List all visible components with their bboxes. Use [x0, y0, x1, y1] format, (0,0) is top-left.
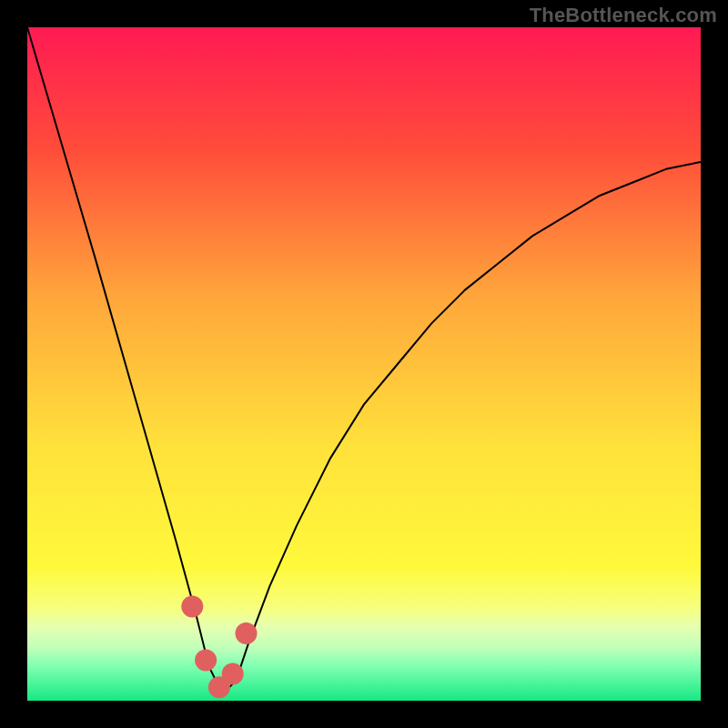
curve-svg — [27, 27, 701, 701]
minimum-marker — [181, 595, 203, 617]
bottleneck-curve — [27, 27, 701, 694]
watermark-text: TheBottleneck.com — [530, 4, 717, 27]
minimum-marker — [195, 650, 217, 672]
plot-area — [27, 27, 701, 701]
outer-frame: TheBottleneck.com — [0, 0, 728, 728]
minimum-marker — [236, 622, 258, 644]
minimum-marker — [222, 662, 244, 684]
